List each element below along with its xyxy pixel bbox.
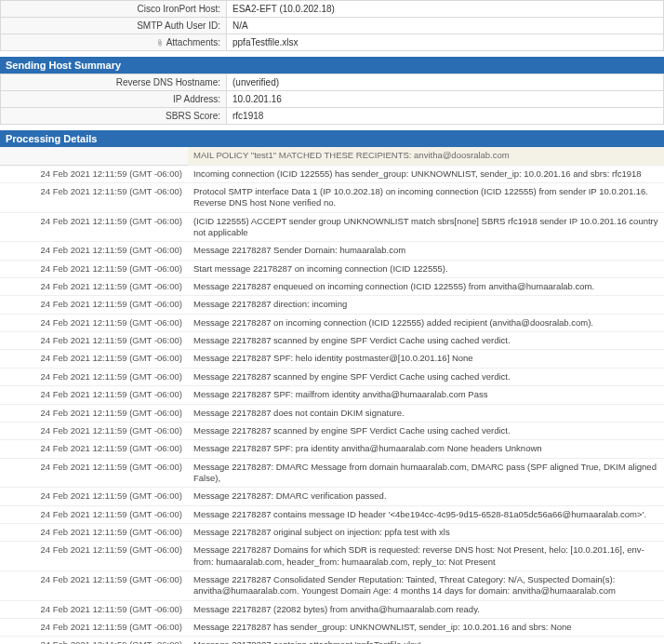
log-timestamp: 24 Feb 2021 12:11:59 (GMT -06:00) (0, 314, 188, 331)
log-timestamp: 24 Feb 2021 12:11:59 (GMT -06:00) (0, 542, 188, 571)
log-row: 24 Feb 2021 12:11:59 (GMT -06:00)Message… (0, 618, 664, 636)
log-row: 24 Feb 2021 12:11:59 (GMT -06:00)Message… (0, 350, 664, 368)
log-row: 24 Feb 2021 12:11:59 (GMT -06:00)Message… (0, 523, 664, 541)
log-timestamp: 24 Feb 2021 12:11:59 (GMT -06:00) (0, 296, 188, 314)
log-message: Message 22178287 does not contain DKIM s… (188, 404, 664, 422)
sending-host-header: Sending Host Summary (0, 57, 664, 74)
top-field-row: Cisco IronPort Host: ESA2-EFT (10.0.202.… (1, 1, 664, 18)
log-message: Message 22178287 (22082 bytes) from anvi… (188, 600, 664, 618)
log-message: Message 22178287 Sender Domain: humaaral… (188, 242, 664, 260)
log-row: 24 Feb 2021 12:11:59 (GMT -06:00)Message… (0, 332, 664, 350)
log-row: 24 Feb 2021 12:11:59 (GMT -06:00)Message… (0, 368, 664, 385)
top-field-row: SMTP Auth User ID: N/A (1, 18, 664, 34)
log-timestamp: 24 Feb 2021 12:11:59 (GMT -06:00) (0, 440, 188, 458)
field-value: ESA2-EFT (10.0.202.18) (227, 1, 664, 18)
log-row: 24 Feb 2021 12:11:59 (GMT -06:00)Message… (0, 278, 664, 296)
log-timestamp: 24 Feb 2021 12:11:59 (GMT -06:00) (0, 332, 188, 350)
attachments-label-text: Attachments: (166, 37, 220, 47)
log-row: 24 Feb 2021 12:11:59 (GMT -06:00)Message… (0, 637, 664, 644)
log-timestamp: 24 Feb 2021 12:11:59 (GMT -06:00) (0, 212, 188, 242)
sending-host-row: Reverse DNS Hostname: (unverified) (1, 74, 664, 91)
log-timestamp: 24 Feb 2021 12:11:59 (GMT -06:00) (0, 523, 188, 541)
log-timestamp: 24 Feb 2021 12:11:59 (GMT -06:00) (0, 505, 188, 523)
log-timestamp: 24 Feb 2021 12:11:59 (GMT -06:00) (0, 368, 188, 385)
log-message: Message 22178287: DMARC Message from dom… (188, 458, 664, 488)
field-value: N/A (227, 18, 664, 34)
log-row: 24 Feb 2021 12:11:59 (GMT -06:00)Message… (0, 505, 664, 523)
log-message: Message 22178287: DMARC verification pas… (188, 488, 664, 505)
log-message: Message 22178287 scanned by engine SPF V… (188, 422, 664, 439)
processing-details-header: Processing Details (0, 130, 664, 147)
log-timestamp: 24 Feb 2021 12:11:59 (GMT -06:00) (0, 183, 188, 213)
top-field-row: Attachments: ppfaTestfile.xlsx (1, 34, 664, 51)
policy-banner-row: MAIL POLICY "test1" MATCHED THESE RECIPI… (0, 147, 664, 165)
log-row: 24 Feb 2021 12:11:59 (GMT -06:00)Message… (0, 404, 664, 422)
log-row: 24 Feb 2021 12:11:59 (GMT -06:00)Message… (0, 542, 664, 571)
log-timestamp: 24 Feb 2021 12:11:59 (GMT -06:00) (0, 637, 188, 644)
log-message: Message 22178287 has sender_group: UNKNO… (188, 618, 664, 636)
host-info-table: Cisco IronPort Host: ESA2-EFT (10.0.202.… (0, 0, 664, 51)
log-row: 24 Feb 2021 12:11:59 (GMT -06:00)Message… (0, 600, 664, 618)
sending-host-table: Reverse DNS Hostname: (unverified) IP Ad… (0, 74, 664, 125)
attachment-icon (156, 38, 164, 47)
field-value: (unverified) (227, 74, 664, 91)
log-message: Message 22178287 SPF: helo identity post… (188, 350, 664, 368)
log-message: Message 22178287 on incoming connection … (188, 314, 664, 331)
log-row: 24 Feb 2021 12:11:59 (GMT -06:00)(ICID 1… (0, 212, 664, 242)
field-label: Attachments: (1, 34, 227, 51)
log-row: 24 Feb 2021 12:11:59 (GMT -06:00)Message… (0, 458, 664, 488)
field-label: SBRS Score: (1, 108, 227, 125)
log-message: Start message 22178287 on incoming conne… (188, 260, 664, 277)
sending-host-row: SBRS Score: rfc1918 (1, 108, 664, 125)
log-message: Message 22178287 Domains for which SDR i… (188, 542, 664, 571)
log-timestamp: 24 Feb 2021 12:11:59 (GMT -06:00) (0, 242, 188, 260)
policy-banner: MAIL POLICY "test1" MATCHED THESE RECIPI… (188, 147, 664, 165)
log-row: 24 Feb 2021 12:11:59 (GMT -06:00)Message… (0, 242, 664, 260)
log-message: Incoming connection (ICID 122555) has se… (188, 165, 664, 182)
log-row: 24 Feb 2021 12:11:59 (GMT -06:00)Message… (0, 570, 664, 600)
field-value: 10.0.201.16 (227, 91, 664, 108)
field-label: IP Address: (1, 91, 227, 108)
log-message: Protocol SMTP interface Data 1 (IP 10.0.… (188, 183, 664, 213)
processing-log-table: MAIL POLICY "test1" MATCHED THESE RECIPI… (0, 147, 664, 644)
field-value: rfc1918 (227, 108, 664, 125)
log-message: Message 22178287 scanned by engine SPF V… (188, 368, 664, 385)
log-row: 24 Feb 2021 12:11:59 (GMT -06:00)Message… (0, 386, 664, 404)
log-message: Message 22178287 contains attachment 'pp… (188, 637, 664, 644)
field-value: ppfaTestfile.xlsx (227, 34, 664, 51)
sending-host-row: IP Address: 10.0.201.16 (1, 91, 664, 108)
log-message: Message 22178287 Consolidated Sender Rep… (188, 570, 664, 600)
field-label: Cisco IronPort Host: (1, 1, 227, 18)
log-timestamp: 24 Feb 2021 12:11:59 (GMT -06:00) (0, 278, 188, 296)
log-message: Message 22178287 scanned by engine SPF V… (188, 332, 664, 350)
log-message: (ICID 122555) ACCEPT sender group UNKNOW… (188, 212, 664, 242)
log-row: 24 Feb 2021 12:11:59 (GMT -06:00)Message… (0, 440, 664, 458)
log-timestamp: 24 Feb 2021 12:11:59 (GMT -06:00) (0, 458, 188, 488)
log-row: 24 Feb 2021 12:11:59 (GMT -06:00)Message… (0, 488, 664, 505)
log-row: 24 Feb 2021 12:11:59 (GMT -06:00)Protoco… (0, 183, 664, 213)
log-message: Message 22178287 direction: incoming (188, 296, 664, 314)
log-timestamp: 24 Feb 2021 12:11:59 (GMT -06:00) (0, 386, 188, 404)
log-message: Message 22178287 SPF: mailfrom identity … (188, 386, 664, 404)
log-row: 24 Feb 2021 12:11:59 (GMT -06:00)Message… (0, 314, 664, 331)
log-timestamp: 24 Feb 2021 12:11:59 (GMT -06:00) (0, 422, 188, 439)
field-label: SMTP Auth User ID: (1, 18, 227, 34)
log-message: Message 22178287 contains message ID hea… (188, 505, 664, 523)
log-row: 24 Feb 2021 12:11:59 (GMT -06:00)Incomin… (0, 165, 664, 182)
log-message: Message 22178287 enqueued on incoming co… (188, 278, 664, 296)
log-message: Message 22178287 SPF: pra identity anvit… (188, 440, 664, 458)
log-row: 24 Feb 2021 12:11:59 (GMT -06:00)Message… (0, 296, 664, 314)
log-timestamp: 24 Feb 2021 12:11:59 (GMT -06:00) (0, 404, 188, 422)
log-timestamp: 24 Feb 2021 12:11:59 (GMT -06:00) (0, 488, 188, 505)
log-message: Message 22178287 original subject on inj… (188, 523, 664, 541)
log-timestamp: 24 Feb 2021 12:11:59 (GMT -06:00) (0, 570, 188, 600)
log-timestamp: 24 Feb 2021 12:11:59 (GMT -06:00) (0, 600, 188, 618)
log-timestamp: 24 Feb 2021 12:11:59 (GMT -06:00) (0, 350, 188, 368)
log-timestamp: 24 Feb 2021 12:11:59 (GMT -06:00) (0, 260, 188, 277)
log-row: 24 Feb 2021 12:11:59 (GMT -06:00)Message… (0, 422, 664, 439)
log-timestamp: 24 Feb 2021 12:11:59 (GMT -06:00) (0, 618, 188, 636)
field-label: Reverse DNS Hostname: (1, 74, 227, 91)
log-timestamp: 24 Feb 2021 12:11:59 (GMT -06:00) (0, 165, 188, 182)
log-row: 24 Feb 2021 12:11:59 (GMT -06:00)Start m… (0, 260, 664, 277)
